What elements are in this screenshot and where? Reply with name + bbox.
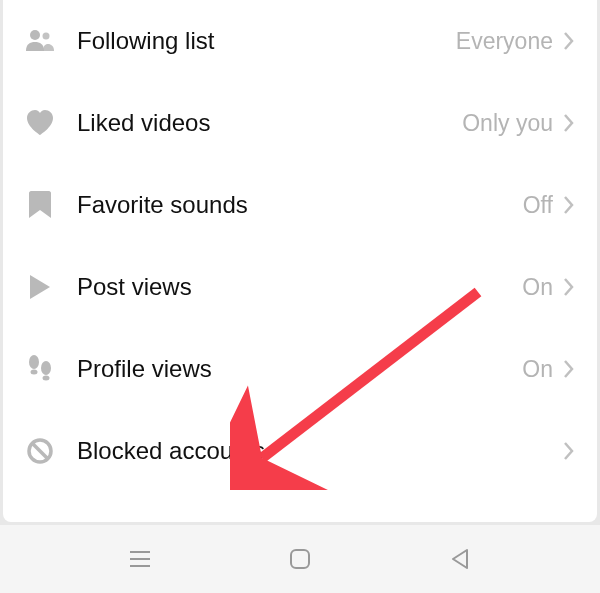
- android-nav-bar: [0, 525, 600, 593]
- profile-views-value: On: [522, 356, 553, 383]
- svg-point-5: [43, 376, 50, 381]
- following-list-row[interactable]: Following list Everyone: [3, 0, 597, 82]
- chevron-right-icon: [563, 113, 575, 133]
- svg-point-1: [43, 33, 50, 40]
- back-button[interactable]: [440, 539, 480, 579]
- recent-apps-button[interactable]: [120, 539, 160, 579]
- settings-panel: Following list Everyone Liked videos Onl…: [3, 0, 597, 522]
- svg-point-3: [31, 370, 38, 375]
- svg-point-0: [30, 30, 40, 40]
- favorite-sounds-label: Favorite sounds: [77, 191, 523, 219]
- bookmark-icon: [25, 190, 55, 220]
- post-views-label: Post views: [77, 273, 522, 301]
- chevron-right-icon: [563, 359, 575, 379]
- profile-views-label: Profile views: [77, 355, 522, 383]
- blocked-accounts-label: Blocked accounts: [77, 437, 553, 465]
- people-icon: [25, 26, 55, 56]
- favorite-sounds-value: Off: [523, 192, 553, 219]
- svg-point-2: [29, 355, 39, 369]
- liked-videos-label: Liked videos: [77, 109, 462, 137]
- heart-icon: [25, 108, 55, 138]
- footprints-icon: [25, 354, 55, 384]
- chevron-right-icon: [563, 277, 575, 297]
- svg-line-7: [32, 443, 48, 459]
- svg-point-4: [41, 361, 51, 375]
- blocked-accounts-row[interactable]: Blocked accounts: [3, 410, 597, 492]
- liked-videos-row[interactable]: Liked videos Only you: [3, 82, 597, 164]
- play-icon: [25, 272, 55, 302]
- liked-videos-value: Only you: [462, 110, 553, 137]
- chevron-right-icon: [563, 441, 575, 461]
- favorite-sounds-row[interactable]: Favorite sounds Off: [3, 164, 597, 246]
- block-icon: [25, 436, 55, 466]
- post-views-value: On: [522, 274, 553, 301]
- chevron-right-icon: [563, 31, 575, 51]
- following-list-label: Following list: [77, 27, 456, 55]
- chevron-right-icon: [563, 195, 575, 215]
- post-views-row[interactable]: Post views On: [3, 246, 597, 328]
- home-button[interactable]: [280, 539, 320, 579]
- svg-rect-11: [291, 550, 309, 568]
- following-list-value: Everyone: [456, 28, 553, 55]
- profile-views-row[interactable]: Profile views On: [3, 328, 597, 410]
